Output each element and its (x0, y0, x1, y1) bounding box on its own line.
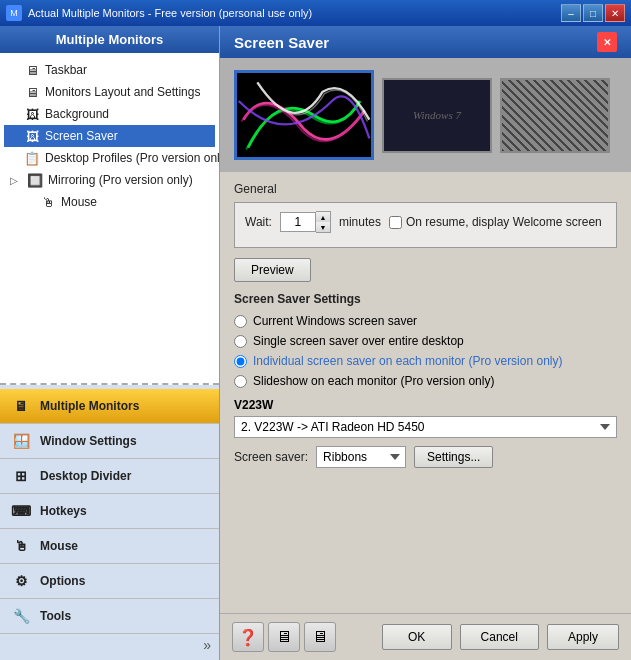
nav-more-arrow[interactable]: » (0, 634, 219, 656)
tree-item-mouse[interactable]: 🖱 Mouse (4, 191, 215, 213)
ribbons-preview (237, 73, 371, 157)
nav-buttons: 🖥 Multiple Monitors 🪟 Window Settings ⊞ … (0, 385, 219, 660)
apply-button[interactable]: Apply (547, 624, 619, 650)
nav-btn-label: Multiple Monitors (40, 399, 139, 413)
monitor-icon-1[interactable]: 🖥 (268, 622, 300, 652)
tree-item-label: Background (45, 107, 109, 121)
title-bar: M Actual Multiple Monitors - Free versio… (0, 0, 631, 26)
expand-icon: ▷ (10, 175, 22, 186)
tree-item-label: Desktop Profiles (Pro version only) (45, 151, 219, 165)
maximize-button[interactable]: □ (583, 4, 603, 22)
radio-single-screen[interactable]: Single screen saver over entire desktop (234, 334, 617, 348)
monitor3-preview (502, 80, 608, 151)
radio-slideshow[interactable]: Slideshow on each monitor (Pro version o… (234, 374, 617, 388)
screen-saver-select[interactable]: Ribbons (316, 446, 406, 468)
mirroring-icon: 🔲 (27, 172, 43, 188)
welcome-checkbox[interactable] (389, 216, 402, 229)
monitor-preview-2[interactable]: Windows 7 (382, 78, 492, 153)
general-label: General (234, 182, 617, 196)
window-settings-nav-icon: 🪟 (10, 430, 32, 452)
monitor-preview-3[interactable] (500, 78, 610, 153)
mouse-nav-icon: 🖱 (10, 535, 32, 557)
wait-spinner: ▲ ▼ (280, 211, 331, 233)
wait-input[interactable] (280, 212, 316, 232)
nav-btn-label: Hotkeys (40, 504, 87, 518)
tree-item-label: Mouse (61, 195, 97, 209)
nav-btn-label: Mouse (40, 539, 78, 553)
preview-area: Windows 7 (220, 58, 631, 172)
tree-item-monitors-layout[interactable]: 🖥 Monitors Layout and Settings (4, 81, 215, 103)
bottom-action-buttons: OK Cancel Apply (382, 624, 619, 650)
tree-item-label: Monitors Layout and Settings (45, 85, 200, 99)
bottom-bar: ❓ 🖥 🖥 OK Cancel Apply (220, 613, 631, 660)
ss-settings-label: Screen Saver Settings (234, 292, 617, 306)
nav-btn-options[interactable]: ⚙ Options (0, 564, 219, 599)
help-icon[interactable]: ❓ (232, 622, 264, 652)
welcome-label: On resume, display Welcome screen (406, 215, 602, 229)
minutes-label: minutes (339, 215, 381, 229)
nav-btn-multiple-monitors[interactable]: 🖥 Multiple Monitors (0, 389, 219, 424)
cancel-button[interactable]: Cancel (460, 624, 539, 650)
tree-title: Multiple Monitors (0, 26, 219, 53)
nav-btn-mouse[interactable]: 🖱 Mouse (0, 529, 219, 564)
general-group-box: Wait: ▲ ▼ minutes On resume, display Wel… (234, 202, 617, 248)
wait-label: Wait: (245, 215, 272, 229)
monitor-frame-selected (234, 70, 374, 160)
main-container: Multiple Monitors 🖥 Taskbar 🖥 Monitors L… (0, 26, 631, 660)
spinner-down-button[interactable]: ▼ (316, 222, 330, 232)
taskbar-icon: 🖥 (24, 62, 40, 78)
monitor-frame-2: Windows 7 (382, 78, 492, 153)
tree-area: 🖥 Taskbar 🖥 Monitors Layout and Settings… (0, 53, 219, 385)
tree-item-desktop-profiles[interactable]: 📋 Desktop Profiles (Pro version only) (4, 147, 215, 169)
nav-btn-desktop-divider[interactable]: ⊞ Desktop Divider (0, 459, 219, 494)
monitor-icon-2[interactable]: 🖥 (304, 622, 336, 652)
radio-individual[interactable]: Individual screen saver on each monitor … (234, 354, 617, 368)
tree-item-screen-saver[interactable]: 🖼 Screen Saver (4, 125, 215, 147)
spinner-buttons: ▲ ▼ (316, 211, 331, 233)
nav-btn-label: Tools (40, 609, 71, 623)
tree-item-label: Mirroring (Pro version only) (48, 173, 193, 187)
screen-saver-row: Screen saver: Ribbons Settings... (234, 446, 617, 468)
desktop-divider-nav-icon: ⊞ (10, 465, 32, 487)
welcome-checkbox-wrapper: On resume, display Welcome screen (389, 215, 602, 229)
title-bar-text: Actual Multiple Monitors - Free version … (28, 7, 312, 19)
mouse-icon: 🖱 (40, 194, 56, 210)
minimize-button[interactable]: – (561, 4, 581, 22)
tree-item-background[interactable]: 🖼 Background (4, 103, 215, 125)
left-panel: Multiple Monitors 🖥 Taskbar 🖥 Monitors L… (0, 26, 220, 660)
preview-button[interactable]: Preview (234, 258, 311, 282)
ribbons-svg (237, 73, 371, 157)
nav-btn-tools[interactable]: 🔧 Tools (0, 599, 219, 634)
title-bar-buttons: – □ ✕ (561, 4, 625, 22)
nav-btn-label: Desktop Divider (40, 469, 131, 483)
radio-group: Current Windows screen saver Single scre… (234, 314, 617, 388)
monitor-frame-3 (500, 78, 610, 153)
nav-btn-window-settings[interactable]: 🪟 Window Settings (0, 424, 219, 459)
monitors-layout-icon: 🖥 (24, 84, 40, 100)
radio-current-windows[interactable]: Current Windows screen saver (234, 314, 617, 328)
tree-item-mirroring[interactable]: ▷ 🔲 Mirroring (Pro version only) (4, 169, 215, 191)
bottom-icons: ❓ 🖥 🖥 (232, 622, 336, 652)
tools-nav-icon: 🔧 (10, 605, 32, 627)
settings-area: General Wait: ▲ ▼ minutes On resume, di (220, 172, 631, 613)
settings-button[interactable]: Settings... (414, 446, 493, 468)
nav-btn-label: Window Settings (40, 434, 137, 448)
close-button[interactable]: ✕ (605, 4, 625, 22)
monitor-label: V223W (234, 398, 617, 412)
screen-saver-icon: 🖼 (24, 128, 40, 144)
app-icon: M (6, 5, 22, 21)
tree-item-label: Taskbar (45, 63, 87, 77)
nav-btn-hotkeys[interactable]: ⌨ Hotkeys (0, 494, 219, 529)
options-nav-icon: ⚙ (10, 570, 32, 592)
monitor-preview-1[interactable] (234, 70, 374, 160)
nav-btn-label: Options (40, 574, 85, 588)
multiple-monitors-nav-icon: 🖥 (10, 395, 32, 417)
spinner-up-button[interactable]: ▲ (316, 212, 330, 222)
tree-item-taskbar[interactable]: 🖥 Taskbar (4, 59, 215, 81)
section-title: Screen Saver ✕ (220, 26, 631, 58)
ok-button[interactable]: OK (382, 624, 452, 650)
screen-saver-label: Screen saver: (234, 450, 308, 464)
wait-row: Wait: ▲ ▼ minutes On resume, display Wel… (245, 211, 606, 233)
monitor-select[interactable]: 2. V223W -> ATI Radeon HD 5450 (234, 416, 617, 438)
monitor2-preview: Windows 7 (384, 80, 490, 151)
